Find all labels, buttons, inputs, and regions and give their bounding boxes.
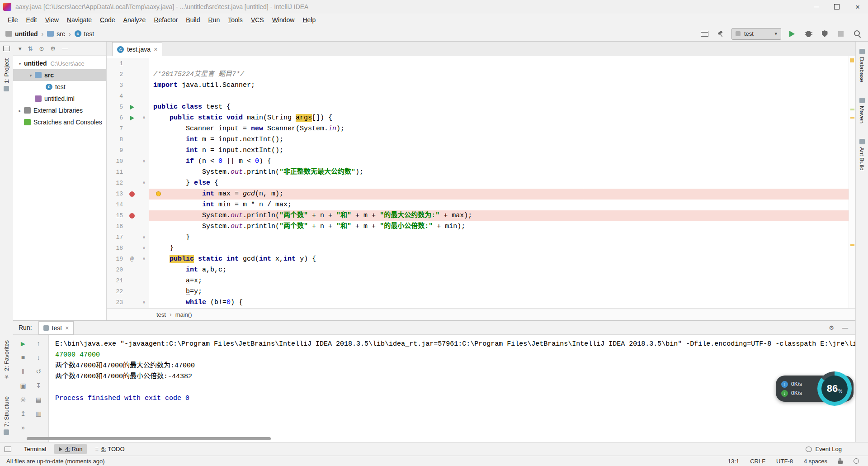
code-text[interactable]: System.out.println("非正整数无最大公约数");: [149, 167, 849, 178]
fold-icon[interactable]: ∨: [139, 113, 149, 124]
chevron-down-icon[interactable]: ▾: [16, 61, 24, 66]
code-line-21[interactable]: 21 a=x;: [107, 276, 849, 286]
breakpoint-icon[interactable]: [129, 213, 135, 219]
run-tab-test[interactable]: test ×: [38, 321, 74, 335]
code-text[interactable]: }: [149, 243, 849, 254]
tool-button-terminal[interactable]: Terminal: [19, 444, 51, 454]
kill-process-button[interactable]: ☠: [18, 395, 28, 404]
code-line-23[interactable]: 23∨ while (b!=0) {: [107, 297, 849, 308]
fold-icon[interactable]: ∧: [139, 232, 149, 243]
stop-button[interactable]: ■: [18, 352, 28, 362]
coverage-button[interactable]: [819, 29, 830, 39]
code-text[interactable]: [149, 58, 849, 69]
console-line-2[interactable]: 47000 47000: [55, 350, 855, 361]
code-line-8[interactable]: 8 int m = input.nextInt();: [107, 134, 849, 145]
build-project-button[interactable]: [715, 29, 726, 39]
code-text[interactable]: } else {: [149, 178, 849, 189]
rerun-button[interactable]: ▶: [18, 338, 28, 348]
tool-button-database[interactable]: Database: [859, 49, 865, 82]
code-line-10[interactable]: 10∨ if (n < 0 || m < 0) {: [107, 156, 849, 167]
code-text[interactable]: public static void main(String args[]) {: [149, 113, 849, 124]
code-line-13[interactable]: 13 int max = gcd(n, m);: [107, 189, 849, 200]
tool-button-favorites[interactable]: ★ 2: Favorites: [3, 340, 10, 380]
pause-output-button[interactable]: ‖: [18, 366, 28, 376]
project-structure-button[interactable]: [699, 29, 710, 39]
locate-file-icon[interactable]: ⊙: [39, 45, 44, 52]
menu-help[interactable]: Help: [298, 15, 320, 25]
menu-window[interactable]: Window: [268, 15, 299, 25]
code-line-22[interactable]: 22 b=y;: [107, 286, 849, 297]
code-line-14[interactable]: 14 int min = m * n / max;: [107, 200, 849, 210]
code-text[interactable]: b=y;: [149, 286, 849, 297]
code-text[interactable]: System.out.println("两个数" + n + "和" + m +…: [149, 221, 849, 232]
debug-button[interactable]: [803, 29, 814, 39]
code-line-9[interactable]: 9 int n = input.nextInt();: [107, 145, 849, 156]
menu-analyze[interactable]: Analyze: [119, 15, 150, 25]
console-output[interactable]: E:\bin\java.exe "-javaagent:C:\Program F…: [49, 335, 855, 442]
run-line-icon[interactable]: [130, 105, 134, 109]
code-text[interactable]: int m = input.nextInt();: [149, 134, 849, 145]
code-line-5[interactable]: 5public class test {: [107, 102, 849, 113]
menu-run[interactable]: Run: [204, 15, 224, 25]
expand-collapse-icon[interactable]: ⇅: [28, 45, 33, 52]
inspection-status-icon[interactable]: [850, 58, 854, 62]
run-button[interactable]: [787, 29, 797, 39]
detach-button[interactable]: ↥: [18, 409, 28, 418]
console-line-3[interactable]: 两个数47000和47000的最大公约数为:47000: [55, 361, 855, 371]
toolwindow-switcher-icon[interactable]: [5, 447, 11, 452]
thread-dump-button[interactable]: ▣: [18, 380, 28, 390]
breadcrumb-method[interactable]: main(): [175, 311, 192, 318]
code-text[interactable]: if (n < 0 || m < 0) {: [149, 156, 849, 167]
code-line-15[interactable]: 15 System.out.println("两个数" + n + "和" + …: [107, 210, 849, 221]
scroll-to-end-button[interactable]: ↧: [33, 380, 43, 390]
tool-button-structure[interactable]: 7: Structure: [3, 396, 10, 435]
fold-icon[interactable]: ∨: [139, 297, 149, 308]
run-config-select[interactable]: test ▾: [731, 28, 781, 40]
tree-row-test[interactable]: ctest: [13, 81, 106, 93]
tree-row-src[interactable]: ▾src: [13, 69, 106, 81]
code-text[interactable]: public static int gcd(int x,int y) {: [149, 254, 849, 265]
code-text[interactable]: int min = m * n / max;: [149, 200, 849, 210]
code-line-1[interactable]: 1: [107, 58, 849, 69]
console-line-4[interactable]: 两个数47000和47000的最小公倍数:-44382: [55, 371, 855, 382]
tree-row-external-libraries[interactable]: ▸External Libraries: [13, 105, 106, 116]
code-line-12[interactable]: 12∨ } else {: [107, 178, 849, 189]
breadcrumb-test[interactable]: test: [84, 30, 94, 38]
tool-button-project[interactable]: 1: Project: [3, 58, 10, 91]
code-line-3[interactable]: 3import java.util.Scanner;: [107, 80, 849, 91]
menu-file[interactable]: File: [4, 15, 22, 25]
code-line-11[interactable]: 11 System.out.println("非正整数无最大公约数");: [107, 167, 849, 178]
file-encoding[interactable]: UTF-8: [776, 458, 793, 465]
code-line-4[interactable]: 4: [107, 91, 849, 102]
code-text[interactable]: /*20175224艾星言 题目7*/: [149, 69, 849, 80]
maximize-button[interactable]: [826, 0, 847, 14]
chevron-right-icon[interactable]: ▸: [16, 108, 24, 113]
horizontal-scrollbar[interactable]: [27, 437, 271, 440]
hide-panel-icon[interactable]: —: [62, 45, 68, 52]
menu-edit[interactable]: Edit: [22, 15, 41, 25]
editor-scrollbar[interactable]: [849, 56, 855, 308]
hide-panel-icon[interactable]: —: [842, 324, 848, 331]
menu-build[interactable]: Build: [182, 15, 204, 25]
run-line-icon[interactable]: [130, 116, 134, 120]
code-line-16[interactable]: 16 System.out.println("两个数" + n + "和" + …: [107, 221, 849, 232]
clear-output-button[interactable]: ▥: [33, 409, 43, 418]
settings-gear-icon[interactable]: ⚙: [50, 45, 56, 52]
search-everywhere-button[interactable]: [852, 29, 863, 39]
menu-refactor[interactable]: Refactor: [150, 15, 182, 25]
code-text[interactable]: [149, 91, 849, 102]
menu-code[interactable]: Code: [96, 15, 119, 25]
console-line-1[interactable]: E:\bin\java.exe "-javaagent:C:\Program F…: [55, 339, 855, 350]
menu-vcs[interactable]: VCS: [247, 15, 268, 25]
code-text[interactable]: }: [149, 232, 849, 243]
view-options-icon[interactable]: ▾: [19, 45, 22, 52]
code-line-20[interactable]: 20 int a,b,c;: [107, 265, 849, 276]
caret-position[interactable]: 13:1: [728, 458, 739, 465]
indent-setting[interactable]: 4 spaces: [804, 458, 827, 465]
lock-icon[interactable]: [838, 461, 843, 464]
close-tab-icon[interactable]: ×: [154, 46, 157, 53]
intention-bulb-icon[interactable]: [156, 191, 161, 196]
next-occurrence-button[interactable]: ↓: [33, 352, 43, 362]
code-text[interactable]: int n = input.nextInt();: [149, 145, 849, 156]
code-line-18[interactable]: 18∧ }: [107, 243, 849, 254]
